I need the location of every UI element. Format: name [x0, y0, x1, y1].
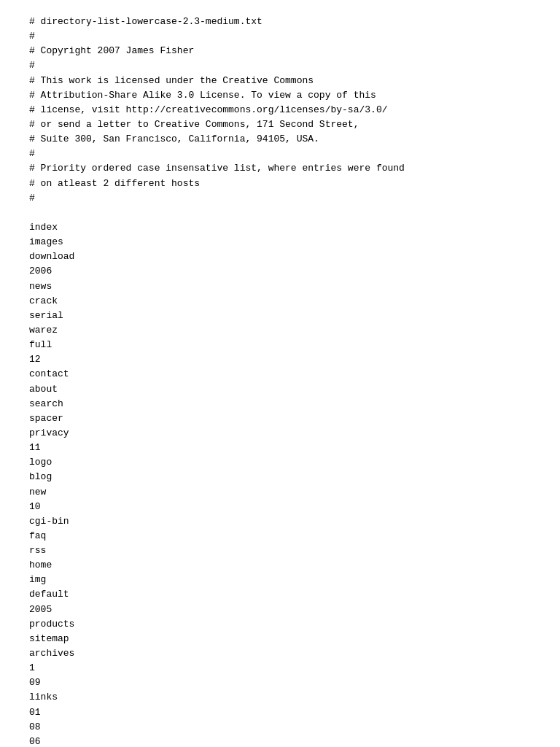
- text-content: # directory-list-lowercase-2.3-medium.tx…: [29, 15, 531, 747]
